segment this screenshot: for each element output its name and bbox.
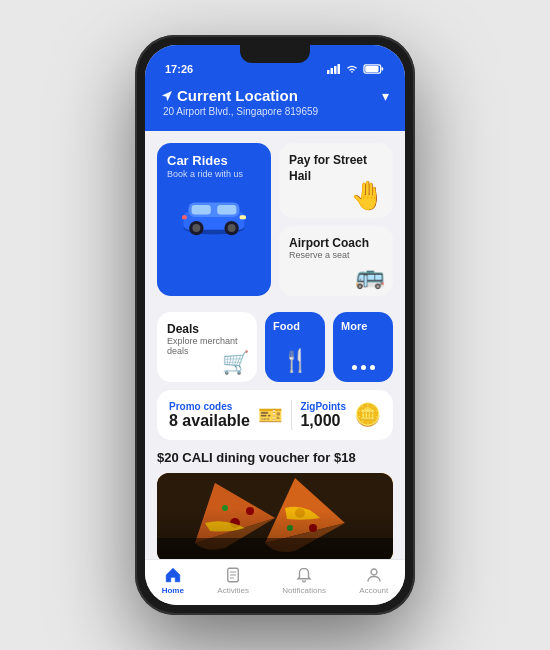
voucher-image[interactable] xyxy=(157,473,393,559)
promo-section[interactable]: Promo codes 8 available 🎫 xyxy=(169,401,283,430)
svg-rect-6 xyxy=(365,66,378,72)
car-rides-title: Car Rides xyxy=(167,153,261,168)
dot-3 xyxy=(370,365,375,370)
account-icon xyxy=(365,566,383,584)
svg-rect-2 xyxy=(334,66,337,74)
hand-icon: 🤚 xyxy=(350,179,385,212)
coin-icon: 🪙 xyxy=(354,402,381,428)
deals-title: Deals xyxy=(167,322,247,336)
phone-frame: 17:26 xyxy=(135,35,415,615)
nav-notifications-label: Notifications xyxy=(282,586,326,595)
svg-rect-0 xyxy=(327,70,330,74)
svg-rect-10 xyxy=(192,205,211,215)
svg-rect-3 xyxy=(338,64,341,74)
status-icons xyxy=(327,64,385,74)
nav-activities-label: Activities xyxy=(217,586,249,595)
more-card[interactable]: More xyxy=(333,312,393,382)
more-dots xyxy=(341,365,385,374)
signal-icon xyxy=(327,64,341,74)
location-row[interactable]: Current Location ▾ xyxy=(161,87,389,104)
navigation-icon xyxy=(161,90,173,102)
wifi-icon xyxy=(345,64,359,74)
dot-1 xyxy=(352,365,357,370)
promo-count: 8 available xyxy=(169,412,250,430)
main-content: Car Rides Book a ride with us xyxy=(145,131,405,559)
food-card[interactable]: Food 🍴 xyxy=(265,312,325,382)
location-title: Current Location xyxy=(177,87,298,104)
phone-screen: 17:26 xyxy=(145,45,405,605)
car-rides-image xyxy=(167,185,261,250)
activities-icon xyxy=(224,566,242,584)
fork-icon: 🍴 xyxy=(282,348,309,374)
nav-activities[interactable]: Activities xyxy=(217,566,249,595)
nav-home-label: Home xyxy=(162,586,184,595)
svg-point-13 xyxy=(192,224,200,232)
car-rides-subtitle: Book a ride with us xyxy=(167,169,261,179)
nav-account[interactable]: Account xyxy=(359,566,388,595)
airport-coach-card[interactable]: Airport Coach Reserve a seat 🚌 xyxy=(279,226,393,296)
deals-card[interactable]: Deals Explore merchant deals 🛒 xyxy=(157,312,257,382)
small-cards-row: Deals Explore merchant deals 🛒 Food 🍴 Mo… xyxy=(157,312,393,382)
battery-icon xyxy=(363,64,385,74)
car-rides-card[interactable]: Car Rides Book a ride with us xyxy=(157,143,271,296)
svg-rect-5 xyxy=(382,67,384,70)
home-icon xyxy=(164,566,182,584)
nav-home[interactable]: Home xyxy=(162,566,184,595)
zigpoints-section[interactable]: ZigPoints 1,000 🪙 xyxy=(300,401,381,430)
more-title: More xyxy=(341,320,367,332)
location-title-container: Current Location xyxy=(161,87,298,104)
notifications-icon xyxy=(295,566,313,584)
voucher-overlay xyxy=(157,473,393,559)
promo-row: Promo codes 8 available 🎫 ZigPoints 1,00… xyxy=(157,390,393,440)
zigpoints-label: ZigPoints xyxy=(300,401,346,412)
svg-point-33 xyxy=(371,569,377,575)
location-subtitle: 20 Airport Blvd., Singapore 819659 xyxy=(161,106,389,117)
app-header: Current Location ▾ 20 Airport Blvd., Sin… xyxy=(145,81,405,131)
svg-rect-16 xyxy=(240,215,246,219)
voucher-title: $20 CALI dining voucher for $18 xyxy=(157,450,393,465)
svg-point-15 xyxy=(228,224,236,232)
service-grid: Car Rides Book a ride with us xyxy=(157,143,393,304)
bottom-nav: Home Activities Notifications xyxy=(145,559,405,605)
airport-coach-title: Airport Coach xyxy=(289,236,383,250)
car-illustration xyxy=(174,185,254,240)
zigpoints-count: 1,000 xyxy=(300,412,346,430)
pay-hail-card[interactable]: Pay for Street Hail 🤚 xyxy=(279,143,393,218)
svg-rect-17 xyxy=(182,215,187,219)
promo-label: Promo codes xyxy=(169,401,250,412)
promo-icon: 🎫 xyxy=(258,403,283,427)
bus-icon: 🚌 xyxy=(355,262,385,290)
notch xyxy=(240,45,310,63)
svg-rect-1 xyxy=(331,68,334,74)
nav-account-label: Account xyxy=(359,586,388,595)
food-title: Food xyxy=(273,320,300,332)
nav-notifications[interactable]: Notifications xyxy=(282,566,326,595)
svg-rect-11 xyxy=(217,205,236,215)
airport-coach-subtitle: Reserve a seat xyxy=(289,250,383,260)
dot-2 xyxy=(361,365,366,370)
divider xyxy=(291,400,292,430)
time-display: 17:26 xyxy=(165,63,193,75)
chevron-down-icon[interactable]: ▾ xyxy=(382,88,389,104)
cart-icon: 🛒 xyxy=(222,350,249,376)
